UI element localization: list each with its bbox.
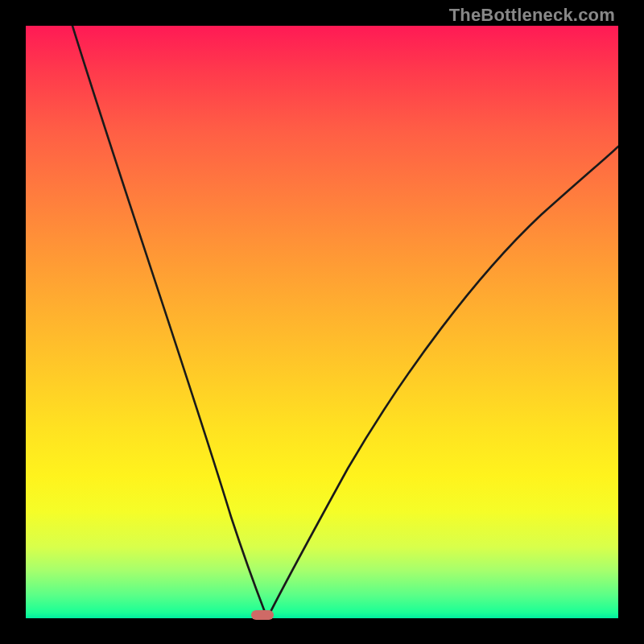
- bottleneck-curve: [26, 26, 618, 618]
- minimum-marker: [251, 610, 274, 620]
- curve-left-branch: [72, 26, 267, 618]
- watermark-text: TheBottleneck.com: [449, 5, 615, 26]
- curve-right-branch: [267, 147, 618, 618]
